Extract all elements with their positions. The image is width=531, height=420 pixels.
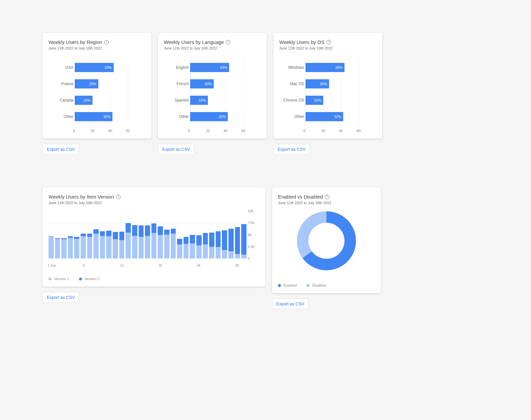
stacked-bar xyxy=(49,236,54,258)
stacked-bar xyxy=(145,225,150,258)
help-icon[interactable]: ? xyxy=(326,40,331,45)
bar-category-label: French xyxy=(164,82,189,86)
bar-value-label: 15% xyxy=(199,98,206,102)
stacked-bar xyxy=(228,229,234,258)
card-title: Weekly Users by Item Version xyxy=(49,194,114,200)
bar-value-label: 33% xyxy=(105,66,112,69)
card-os: Weekly Users by OS ? June 11th 2022 to J… xyxy=(273,33,382,139)
stacked-bar xyxy=(68,236,73,258)
row-top: Weekly Users by Region ? June 11th 2022 … xyxy=(43,33,488,155)
bar-value-label: 32% xyxy=(103,115,110,119)
bar: 33% xyxy=(75,63,114,72)
stacked-bar xyxy=(126,223,131,258)
axis-tick-label: 2.5K xyxy=(248,245,260,249)
legend-label: Version 2 xyxy=(85,277,100,281)
stacked-bar xyxy=(74,237,79,258)
enabled-column: Enabled vs Disabled ? June 11th 2022 to … xyxy=(272,187,381,309)
axis-tick-label: 1 Jun xyxy=(48,264,56,267)
export-csv-button[interactable]: Export as CSV xyxy=(158,144,194,155)
axis-tick-label: 12 xyxy=(120,264,124,267)
bar-category-label: Mac OS xyxy=(279,82,304,86)
date-range: June 11th 2022 to July 10th 2022 xyxy=(279,46,376,50)
bar-category-label: France xyxy=(49,82,73,86)
bar-value-label: 20% xyxy=(89,82,96,86)
date-range: June 11th 2022 to July 10th 2022 xyxy=(49,46,146,50)
axis-tick-label: 20 xyxy=(206,129,224,133)
stacked-bar xyxy=(203,233,208,258)
help-icon[interactable]: ? xyxy=(116,195,121,199)
card-title: Enabled vs Disabled xyxy=(278,194,323,200)
legend-dot-icon xyxy=(79,277,82,280)
legend-label: Enabled xyxy=(284,283,297,287)
stacked-bar xyxy=(113,232,118,258)
card-title-row: Weekly Users by Language ? xyxy=(164,39,261,45)
stacked-bar xyxy=(184,237,189,258)
legend-label: Disabled xyxy=(312,283,326,287)
card-title: Weekly Users by OS xyxy=(279,39,324,45)
chart-os: WindowsMac OSChrome OSOther33%20%15%32%0… xyxy=(279,59,376,133)
stacked-bar xyxy=(222,230,227,258)
axis-tick-label: 30 xyxy=(235,264,239,267)
axis-tick-label: 0 xyxy=(248,257,260,260)
chart-enabled xyxy=(278,211,375,270)
bar-category-label: Other xyxy=(279,114,304,119)
axis-tick-label: 40 xyxy=(224,129,241,133)
card-title-row: Weekly Users by Item Version ? xyxy=(49,194,260,200)
stacked-bar xyxy=(158,226,163,258)
stacked-bar xyxy=(87,234,92,258)
version-column: Weekly Users by Item Version ? June 11th… xyxy=(43,187,266,309)
stacked-bar xyxy=(139,225,144,258)
card-version: Weekly Users by Item Version ? June 11th… xyxy=(43,187,266,287)
stacked-bar xyxy=(171,229,176,258)
row-bottom: Weekly Users by Item Version ? June 11th… xyxy=(43,187,488,309)
axis-tick-label: 0 xyxy=(73,129,90,133)
axis-tick-label: 0 xyxy=(304,129,321,133)
help-icon[interactable]: ? xyxy=(325,195,329,199)
os-column: Weekly Users by OS ? June 11th 2022 to J… xyxy=(273,33,382,155)
bar-value-label: 32% xyxy=(219,115,226,119)
axis-tick-label: 40 xyxy=(339,129,357,133)
export-csv-button[interactable]: Export as CSV xyxy=(43,144,79,155)
bar-value-label: 15% xyxy=(314,98,321,102)
axis-tick-label: 10K xyxy=(248,209,260,213)
legend-dot-icon xyxy=(306,284,309,287)
stacked-bar xyxy=(241,224,246,258)
bar-value-label: 20% xyxy=(320,82,327,86)
stacked-bar xyxy=(190,235,195,258)
bar: 33% xyxy=(305,63,344,72)
date-range: June 11th 2022 to July 10th 2022 xyxy=(49,201,260,205)
legend-item-version2: Version 2 xyxy=(79,277,100,281)
bar-category-label: Chrome OS xyxy=(279,98,304,103)
bar-category-label: USA xyxy=(49,65,73,70)
bar: 15% xyxy=(190,96,208,105)
stacked-bar xyxy=(177,239,182,258)
card-title-row: Weekly Users by OS ? xyxy=(279,39,376,45)
export-csv-button[interactable]: Export as CSV xyxy=(272,298,308,309)
stacked-bar xyxy=(209,233,214,258)
bar-category-label: Spanish xyxy=(164,98,189,103)
stacked-bar xyxy=(81,234,86,258)
bar-value-label: 15% xyxy=(83,98,90,102)
stacked-bar xyxy=(235,227,240,258)
export-csv-button[interactable]: Export as CSV xyxy=(43,292,79,303)
bar-category-label: Canada xyxy=(49,98,73,103)
stacked-bar xyxy=(93,229,99,258)
axis-tick-label: 60 xyxy=(126,129,144,133)
bar: 20% xyxy=(75,79,98,88)
card-language: Weekly Users by Language ? June 11th 202… xyxy=(158,33,267,139)
export-csv-button[interactable]: Export as CSV xyxy=(273,144,310,155)
axis-tick-label: 24 xyxy=(197,264,200,267)
bar: 33% xyxy=(190,63,229,72)
card-title-row: Weekly Users by Region ? xyxy=(49,39,146,45)
help-icon[interactable]: ? xyxy=(226,40,230,45)
bar: 32% xyxy=(190,112,228,121)
bar-value-label: 33% xyxy=(335,66,343,69)
bar: 20% xyxy=(305,79,329,88)
stacked-bar xyxy=(151,223,157,258)
bar-category-label: Other xyxy=(49,114,73,119)
help-icon[interactable]: ? xyxy=(104,40,109,45)
date-range: June 11th 2022 to July 10th 2022 xyxy=(278,201,375,205)
axis-tick-label: 60 xyxy=(357,129,374,133)
bar: 20% xyxy=(190,79,214,88)
stacked-bar xyxy=(132,225,137,258)
